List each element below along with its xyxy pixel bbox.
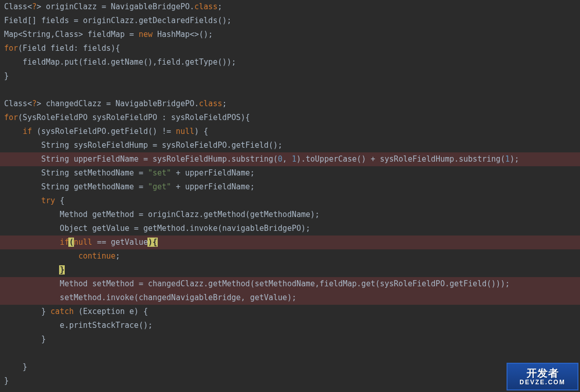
code-token-keyword: new <box>139 30 157 39</box>
code-token-keyword: for <box>4 113 18 122</box>
code-line[interactable]: Method getMethod = originClazz.getMethod… <box>0 208 580 222</box>
code-token-default: { <box>60 196 64 205</box>
code-token-default: String sysRoleFieldHump = sysRoleFieldPO… <box>4 141 283 150</box>
code-token-default: Class< <box>4 99 32 108</box>
code-token-string: "set" <box>148 168 176 178</box>
code-token-default: > changedClazz = NavigableBridgePO. <box>36 99 199 108</box>
code-line[interactable]: } <box>0 332 580 346</box>
code-token-default: Class< <box>4 2 32 11</box>
code-token-default <box>4 251 79 261</box>
code-token-default: (Exception e) { <box>79 307 148 316</box>
code-token-default: ; <box>222 99 227 108</box>
code-token-default <box>4 265 60 275</box>
code-line[interactable]: try { <box>0 194 580 208</box>
code-token-default: Method getMethod = originClazz.getMethod… <box>4 210 320 219</box>
code-line[interactable]: Field[] fields = originClazz.getDeclared… <box>0 14 580 28</box>
code-token-keyword: if <box>60 238 69 247</box>
code-line[interactable]: Class<?> originClazz = NavigableBridgePO… <box>0 0 580 14</box>
code-line[interactable]: fieldMap.put(field.getName(),field.getTy… <box>0 55 580 69</box>
code-token-default: + upperFieldName; <box>176 168 255 178</box>
code-token-default <box>4 196 41 205</box>
code-line[interactable]: Object getValue = getMethod.invoke(navig… <box>0 222 580 236</box>
code-line[interactable]: Method setMethod = changedClazz.getMetho… <box>0 277 580 291</box>
code-line[interactable]: if(null == getValue){ <box>0 236 580 249</box>
code-token-keyword: try <box>41 196 60 205</box>
code-token-keyword: for <box>4 44 18 53</box>
code-token-keyword: catch <box>50 307 78 316</box>
code-token-keyword: class <box>199 99 222 108</box>
code-token-default: ).toUpperCase() + sysRoleFieldHump.subst… <box>296 154 505 164</box>
code-line[interactable]: String sysRoleFieldHump = sysRoleFieldPO… <box>0 139 580 152</box>
code-token-default: (Field field: fields){ <box>18 44 120 53</box>
code-token-default: + upperFieldName; <box>176 182 255 191</box>
code-line[interactable]: } <box>0 263 580 277</box>
code-token-default: (sysRoleFieldPO.getField() != <box>36 127 176 136</box>
code-token-default: } <box>4 307 50 316</box>
code-line[interactable]: setMethod.invoke(changedNavigableBridge,… <box>0 291 580 305</box>
code-line[interactable] <box>0 83 580 97</box>
code-token-default: String getMethodName = <box>4 182 148 191</box>
code-line[interactable]: e.printStackTrace(); <box>0 319 580 332</box>
code-line[interactable]: continue; <box>0 249 580 263</box>
code-line[interactable]: Map<String,Class> fieldMap = new HashMap… <box>0 28 580 42</box>
code-line[interactable]: } <box>0 374 580 388</box>
code-token-keyword: null <box>73 238 97 247</box>
code-line[interactable]: for(Field field: fields){ <box>0 42 580 55</box>
code-token-keyword: continue <box>79 251 116 261</box>
code-line[interactable]: for(SysRoleFieldPO sysRoleFieldPO : sysR… <box>0 111 580 125</box>
code-token-string: "get" <box>148 182 176 191</box>
code-token-default: Field[] fields = originClazz.getDeclared… <box>4 16 232 25</box>
code-token-keyword: ? <box>32 2 36 11</box>
code-token-default: > originClazz = NavigableBridgePO. <box>36 2 194 11</box>
code-token-default: e.printStackTrace(); <box>4 321 153 330</box>
code-token-keyword: ? <box>32 99 36 108</box>
code-token-default: } <box>4 71 9 81</box>
code-editor[interactable]: Class<?> originClazz = NavigableBridgePO… <box>0 0 580 392</box>
code-token-default: ; <box>116 251 120 261</box>
code-token-keyword: if <box>23 127 36 136</box>
code-token-default <box>4 127 23 136</box>
code-token-default: (SysRoleFieldPO sysRoleFieldPO : sysRole… <box>18 113 250 122</box>
code-token-keyword: null <box>176 127 194 136</box>
code-token-default: } <box>4 376 9 385</box>
code-line[interactable]: if (sysRoleFieldPO.getField() != null) { <box>0 125 580 139</box>
code-line[interactable]: Class<?> changedClazz = NavigableBridgeP… <box>0 97 580 111</box>
code-token-default: Method setMethod = changedClazz.getMetho… <box>4 279 510 288</box>
code-token-default: setMethod.invoke(changedNavigableBridge,… <box>4 293 296 302</box>
code-token-number: 1 <box>292 154 296 164</box>
code-token-default: ; <box>217 2 222 11</box>
code-token-default <box>4 238 60 247</box>
code-token-default: ) { <box>194 127 208 136</box>
code-token-caret: } <box>59 265 65 275</box>
code-line[interactable]: } <box>0 69 580 83</box>
code-line[interactable] <box>0 346 580 360</box>
code-line[interactable]: } <box>0 360 580 374</box>
code-line[interactable]: String setMethodName = "set" + upperFiel… <box>0 166 580 180</box>
code-token-default: String setMethodName = <box>4 168 148 178</box>
code-line[interactable]: String upperFieldName = sysRoleFieldHump… <box>0 152 580 166</box>
code-token-caret: { <box>152 238 158 247</box>
code-token-default: Object getValue = getMethod.invoke(navig… <box>4 224 310 233</box>
code-token-default: ); <box>510 154 519 164</box>
code-token-default: fieldMap.put(field.getName(),field.getTy… <box>4 57 236 67</box>
code-token-default: HashMap<>(); <box>157 30 213 39</box>
code-token-default: , <box>283 154 292 164</box>
code-token-default: Map<String,Class> fieldMap = <box>4 30 139 39</box>
code-line[interactable]: String getMethodName = "get" + upperFiel… <box>0 180 580 194</box>
code-token-default: } <box>4 362 27 371</box>
code-token-default: String upperFieldName = sysRoleFieldHump… <box>4 154 278 164</box>
code-token-default: == getValue <box>97 238 148 247</box>
code-token-keyword: class <box>194 2 217 11</box>
code-line[interactable]: } catch (Exception e) { <box>0 305 580 319</box>
code-token-number: 0 <box>278 154 283 164</box>
code-token-default: } <box>4 335 46 344</box>
